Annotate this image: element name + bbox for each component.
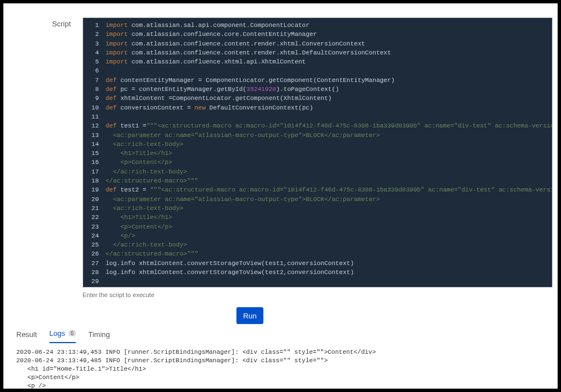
app-root: Script 123456789101112131415161718192021… <box>3 3 558 389</box>
editor-code-area[interactable]: import com.atlassian.sal.api.component.C… <box>103 18 552 287</box>
log-output: 2020-06-24 23:13:49,453 INFO [runner.Scr… <box>16 348 546 392</box>
script-field-label: Script <box>52 20 71 28</box>
code-editor[interactable]: 1234567891011121314151617181920212223242… <box>83 17 553 288</box>
tab-result[interactable]: Result <box>16 330 37 343</box>
tab-logs-label: Logs <box>49 329 65 338</box>
helper-text: Enter the script to execute <box>83 291 154 298</box>
logs-count-badge: 6 <box>69 330 76 336</box>
tab-logs[interactable]: Logs 6 <box>49 329 76 343</box>
output-tabs: Result Logs 6 Timing <box>16 329 110 343</box>
run-button[interactable]: Run <box>236 307 263 324</box>
tab-timing[interactable]: Timing <box>88 330 110 343</box>
editor-gutter: 1234567891011121314151617181920212223242… <box>83 18 103 287</box>
